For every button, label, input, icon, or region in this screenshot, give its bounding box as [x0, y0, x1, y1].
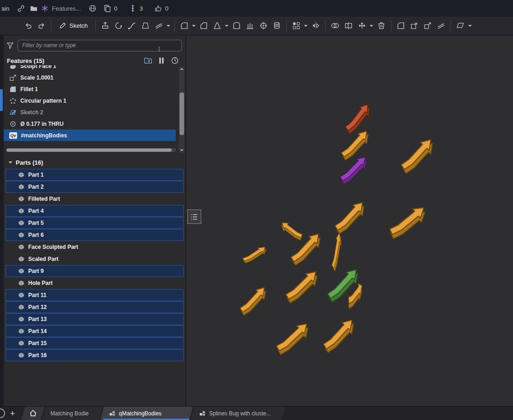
likes-counter[interactable]: 0 — [153, 3, 168, 13]
part-row[interactable]: Part 11 — [6, 289, 184, 301]
part-row[interactable]: Filleted Part — [6, 193, 184, 205]
boolean-button[interactable] — [328, 19, 342, 33]
part-arrow-orange[interactable] — [276, 322, 308, 357]
chevron-down-icon[interactable] — [369, 19, 375, 33]
draft-button[interactable] — [210, 19, 224, 33]
feature-item[interactable]: Sculpt Face 1 — [4, 65, 176, 72]
part-arrow-orange[interactable] — [323, 320, 353, 352]
part-arrow-orange[interactable] — [341, 131, 368, 161]
rollback-bar-handle[interactable] — [159, 47, 160, 51]
feature-item[interactable]: Ø 0.177 in THRU — [4, 118, 176, 130]
linear-pattern-button[interactable] — [290, 19, 303, 33]
feature-item[interactable]: Scale 1.0001 — [4, 72, 176, 83]
sweep-button[interactable] — [125, 19, 139, 33]
feature-item[interactable]: Qv#matchingBodies — [4, 130, 176, 141]
part-row[interactable]: Part 15 — [6, 337, 184, 349]
feature-item[interactable]: Sketch 2 — [4, 106, 176, 118]
part-row[interactable]: Part 14 — [6, 325, 184, 337]
filter-funnel-icon[interactable] — [6, 42, 15, 49]
rollback-bar-icon[interactable] — [158, 57, 165, 64]
part-arrow-orange[interactable] — [281, 219, 303, 243]
shell-button[interactable] — [230, 19, 243, 33]
hole-button[interactable] — [257, 19, 270, 33]
undo-button[interactable] — [21, 19, 35, 33]
viewport-canvas[interactable] — [186, 36, 513, 406]
chevron-down-icon[interactable] — [191, 19, 197, 33]
mirror-button[interactable] — [309, 19, 322, 33]
folder-icon[interactable] — [29, 3, 39, 13]
vertical-scroll-thumb[interactable] — [179, 93, 184, 135]
features-horizontal-scrollbar[interactable] — [6, 148, 176, 152]
part-row[interactable]: Part 16 — [6, 349, 184, 361]
part-arrow-orange[interactable] — [335, 203, 364, 234]
features-vertical-scrollbar[interactable] — [179, 67, 185, 153]
part-row[interactable]: Part 2 — [6, 181, 184, 193]
part-arrow-orange[interactable] — [401, 140, 433, 173]
help-circle-icon[interactable] — [0, 408, 5, 418]
part-arrow-orange[interactable] — [240, 288, 266, 315]
filter-input[interactable] — [18, 40, 182, 51]
modify-fillet-button[interactable] — [394, 19, 408, 33]
versions-counter[interactable]: 3 — [128, 3, 143, 13]
add-tab-button[interactable]: + — [6, 407, 19, 420]
chevron-down-icon[interactable] — [166, 19, 172, 33]
home-tab-button[interactable] — [21, 407, 44, 420]
part-row[interactable]: Face Sculpted Part — [6, 241, 184, 253]
part-arrow-orange[interactable] — [389, 204, 426, 243]
parts-header[interactable]: Parts (16) — [4, 157, 185, 168]
document-title[interactable]: Features... — [52, 5, 80, 12]
document-name-partial[interactable]: ain — [1, 5, 9, 12]
part-row[interactable]: Part 5 — [6, 217, 184, 229]
fillet-button[interactable] — [178, 19, 191, 33]
part-row[interactable]: Part 1 — [6, 169, 184, 181]
tab-qmatchingbodies[interactable]: qMatchingBodies — [100, 407, 193, 420]
transform-button[interactable] — [355, 19, 369, 33]
copies-counter[interactable]: 0 — [102, 3, 117, 13]
rib-button[interactable] — [243, 19, 257, 33]
share-link-icon[interactable] — [16, 3, 26, 13]
scroll-down-icon[interactable] — [179, 148, 185, 153]
globe-icon[interactable] — [87, 3, 98, 13]
delete-face-button[interactable] — [408, 19, 421, 33]
move-face-button[interactable] — [421, 19, 434, 33]
history-clock-icon[interactable] — [171, 56, 179, 65]
part-arrow-purple[interactable] — [340, 156, 367, 185]
redo-button[interactable] — [35, 19, 48, 33]
named-views-button[interactable] — [454, 19, 467, 33]
insert-folder-icon[interactable] — [144, 57, 152, 64]
chevron-down-icon[interactable] — [224, 19, 230, 33]
revolve-button[interactable] — [112, 19, 125, 33]
part-arrow-orange[interactable] — [291, 234, 320, 266]
offset-surface-button[interactable] — [434, 19, 448, 33]
part-arrow-red[interactable] — [343, 104, 371, 134]
part-row[interactable]: Part 9 — [6, 265, 184, 277]
scroll-up-icon[interactable] — [179, 67, 185, 71]
tab-matching-bodie[interactable]: Matching Bodie — [42, 407, 103, 420]
thicken-button[interactable] — [152, 19, 166, 33]
part-row[interactable]: Scaled Part — [6, 253, 184, 265]
part-row[interactable]: Part 12 — [6, 301, 184, 313]
feature-item[interactable]: Circular pattern 1 — [4, 95, 176, 106]
part-row[interactable]: Part 4 — [6, 205, 184, 217]
part-arrow-orange[interactable] — [242, 246, 266, 264]
delete-part-button[interactable] — [375, 19, 388, 33]
part-row[interactable]: Part 13 — [6, 313, 184, 325]
part-arrow-orange[interactable] — [328, 232, 345, 273]
chamfer-button[interactable] — [197, 19, 210, 33]
feature-item[interactable]: Fillet 1 — [4, 83, 176, 95]
thread-button[interactable] — [270, 19, 284, 33]
tab-splines-bug[interactable]: Splines Bug with cluste... — [191, 407, 285, 420]
horizontal-scroll-thumb[interactable] — [6, 148, 172, 152]
loft-button[interactable] — [139, 19, 152, 33]
chevron-down-icon[interactable] — [303, 19, 309, 33]
chevron-down-icon[interactable] — [467, 19, 473, 33]
part-row[interactable]: Part 6 — [6, 229, 184, 241]
part-arrow-orange[interactable] — [285, 270, 317, 304]
sketch-button[interactable]: Sketch — [54, 19, 93, 33]
split-button[interactable] — [342, 19, 355, 33]
extrude-button[interactable] — [99, 19, 112, 33]
tab-label: qMatchingBodies — [119, 410, 161, 417]
viewport — [186, 36, 513, 406]
selection-list-button[interactable] — [187, 210, 201, 224]
part-row[interactable]: Hole Part — [6, 277, 184, 289]
